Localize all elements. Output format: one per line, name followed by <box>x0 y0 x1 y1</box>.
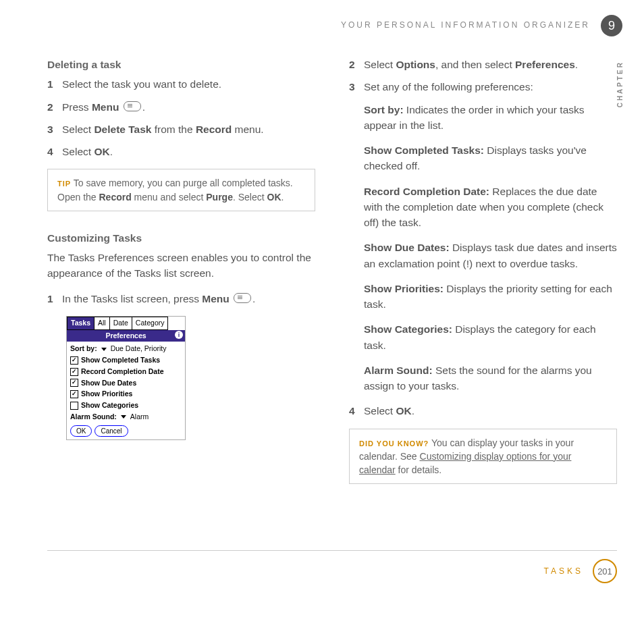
step-1: 1 Select the task you want to delete. <box>47 76 315 92</box>
left-column: Deleting a task 1 Select the task you wa… <box>47 57 315 503</box>
intro-paragraph: The Tasks Preferences screen enables you… <box>47 250 315 281</box>
tab-date[interactable]: Date <box>110 317 132 330</box>
header-title: YOUR PERSONAL INFORMATION ORGANIZER <box>341 20 590 30</box>
heading-deleting-task: Deleting a task <box>47 57 315 72</box>
page-footer: TASKS 201 <box>47 550 617 583</box>
right-column: 2 Select Options, and then select Prefer… <box>349 57 617 503</box>
pref-show-completed: Show Completed Tasks: Displays tasks you… <box>364 142 617 174</box>
dialog-title: Preferences i <box>67 330 185 342</box>
customize-step-3: 3 Set any of the following preferences: <box>349 79 617 95</box>
checkbox-show-completed[interactable]: ✓Show Completed Tasks <box>70 355 182 366</box>
preferences-screenshot: Tasks All Date Category Preferences i So… <box>66 316 186 440</box>
menu-icon <box>124 101 141 111</box>
sort-by-row[interactable]: Sort by: Due Date, Priority <box>70 344 182 354</box>
chapter-label-vertical: CHAPTER <box>616 61 624 107</box>
cancel-button[interactable]: Cancel <box>95 425 128 437</box>
tab-tasks[interactable]: Tasks <box>67 317 95 330</box>
pref-record-completion: Record Completion Date: Replaces the due… <box>364 184 617 231</box>
ok-button[interactable]: OK <box>70 425 92 437</box>
dropdown-icon <box>121 415 126 419</box>
menu-icon <box>234 293 251 303</box>
did-you-know-box: DID YOU KNOW? You can display your tasks… <box>349 429 617 485</box>
checkbox-show-priorities[interactable]: ✓Show Priorities <box>70 389 182 400</box>
footer-section: TASKS <box>544 566 583 576</box>
customize-step-1: 1 In the Tasks list screen, press Menu . <box>47 291 315 306</box>
pref-alarm-sound: Alarm Sound: Sets the sound for the alar… <box>364 363 617 394</box>
checkbox-show-categories[interactable]: Show Categories <box>70 400 182 411</box>
pref-show-priorities: Show Priorities: Displays the priority s… <box>364 281 617 313</box>
tab-all[interactable]: All <box>95 317 110 330</box>
pref-show-categories: Show Categories: Displays the category f… <box>364 321 617 353</box>
checkbox-show-due-dates[interactable]: ✓Show Due Dates <box>70 378 182 389</box>
heading-customizing-tasks: Customizing Tasks <box>47 230 315 246</box>
page-header: YOUR PERSONAL INFORMATION ORGANIZER 9 <box>47 20 617 30</box>
tab-category[interactable]: Category <box>132 317 169 330</box>
tip-label: TIP <box>57 180 71 188</box>
pref-show-due-dates: Show Due Dates: Displays task due dates … <box>364 240 617 271</box>
info-icon[interactable]: i <box>175 331 183 339</box>
dropdown-icon <box>101 348 107 351</box>
dyk-label: DID YOU KNOW? <box>359 439 429 448</box>
step-2: 2 Press Menu . <box>47 99 315 115</box>
page-number-badge: 201 <box>593 559 617 583</box>
chapter-number-badge: 9 <box>601 15 622 36</box>
step-4: 4 Select OK. <box>47 144 315 159</box>
checkbox-record-completion[interactable]: ✓Record Completion Date <box>70 367 182 377</box>
tip-box: TIP To save memory, you can purge all co… <box>47 169 315 211</box>
customize-step-4: 4 Select OK. <box>349 403 617 419</box>
pref-sort-by: Sort by: Indicates the order in which yo… <box>364 102 617 134</box>
customize-step-2: 2 Select Options, and then select Prefer… <box>349 57 617 72</box>
alarm-sound-row[interactable]: Alarm Sound: Alarm <box>70 412 182 423</box>
step-3: 3 Select Delete Task from the Record men… <box>47 122 315 137</box>
